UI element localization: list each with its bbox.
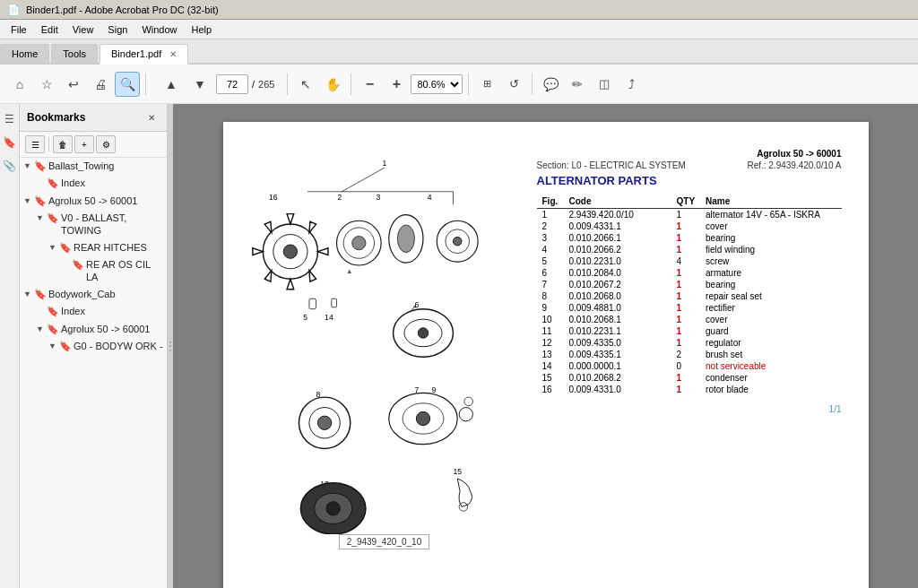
svg-text:▲: ▲ bbox=[346, 267, 353, 275]
menu-edit[interactable]: Edit bbox=[34, 22, 65, 37]
svg-point-27 bbox=[418, 328, 428, 338]
cell-fig: 10 bbox=[537, 314, 564, 325]
sidebar-collapse-btn[interactable]: ☰ bbox=[25, 135, 45, 153]
close-panel-button[interactable]: ✕ bbox=[143, 109, 160, 125]
svg-point-10 bbox=[283, 245, 297, 258]
prev-page-button[interactable]: ▲ bbox=[159, 72, 184, 97]
share-button[interactable]: ⤴ bbox=[619, 72, 644, 97]
bookmark-v0[interactable]: ▼ 🔖 V0 - BALLAST, TOWING bbox=[32, 210, 167, 239]
pdf-page: 1 16 2 3 4 bbox=[223, 122, 869, 588]
panel-icon-2[interactable]: 🔖 bbox=[2, 134, 18, 151]
toolbar: ⌂ ☆ ↩ 🖨 🔍 ▲ ▼ / 265 ↖ ✋ − + 50% 75% 80.6… bbox=[0, 65, 918, 104]
bookmark-bodywork[interactable]: ▼ 🔖 Bodywork_Cab bbox=[20, 286, 167, 303]
bookmark-icon-3: 🔖 bbox=[34, 195, 47, 208]
cell-code: 0.010.2066.1 bbox=[564, 232, 671, 244]
zoom-select[interactable]: 50% 75% 80.6% 100% 125% 150% 200% bbox=[411, 74, 463, 94]
cell-name: condenser bbox=[700, 372, 841, 384]
svg-point-43 bbox=[326, 502, 340, 515]
hand-tool-button[interactable]: ✋ bbox=[320, 72, 345, 97]
label-index-2: Index bbox=[61, 305, 85, 317]
sidebar-settings-btn[interactable]: ⚙ bbox=[96, 135, 116, 153]
table-row: 20.009.4331.11cover bbox=[537, 220, 842, 232]
svg-point-37 bbox=[416, 411, 429, 425]
label-ballast-towing: Ballast_Towing bbox=[48, 160, 114, 172]
bookmark-icon: 🔖 bbox=[34, 160, 47, 173]
next-page-button[interactable]: ▼ bbox=[187, 72, 212, 97]
panel-icon-3[interactable]: 📎 bbox=[2, 158, 18, 174]
separator-2 bbox=[287, 74, 288, 95]
menu-sign[interactable]: Sign bbox=[100, 22, 134, 37]
ref-label: Ref.: 2.9439.420.0/10 A bbox=[747, 160, 841, 170]
comment-button[interactable]: 💬 bbox=[538, 72, 563, 97]
label-agrolux-2: Agrolux 50 -> 60001 bbox=[61, 323, 150, 335]
search-button[interactable]: 🔍 bbox=[115, 72, 140, 97]
cell-code: 0.010.2068.2 bbox=[564, 372, 671, 384]
tab-bar: Home Tools Binder1.pdf ✕ bbox=[0, 39, 918, 65]
section-title: Section: L0 - ELECTRIC AL SYSTEM Ref.: 2… bbox=[537, 160, 842, 170]
svg-text:14: 14 bbox=[325, 313, 333, 322]
bookmarks-title: Bookmarks bbox=[27, 111, 85, 124]
cell-fig: 6 bbox=[537, 267, 564, 279]
bookmark-g0[interactable]: ▼ 🔖 G0 - BODYW ORK - bbox=[45, 338, 167, 355]
cell-qty: 2 bbox=[671, 349, 701, 360]
cell-fig: 5 bbox=[537, 255, 564, 267]
cell-fig: 11 bbox=[537, 325, 564, 337]
star-button[interactable]: ☆ bbox=[34, 72, 59, 97]
home-button[interactable]: ⌂ bbox=[7, 72, 32, 97]
col-code: Code bbox=[564, 195, 671, 209]
cell-code: 0.010.2231.1 bbox=[564, 325, 671, 337]
back-button[interactable]: ↩ bbox=[61, 72, 86, 97]
cell-code: 0.009.4335.0 bbox=[564, 337, 671, 349]
menu-help[interactable]: Help bbox=[185, 22, 220, 37]
bookmark-agrolux-2[interactable]: ▼ 🔖 Agrolux 50 -> 60001 bbox=[32, 321, 167, 338]
cell-fig: 9 bbox=[537, 302, 564, 314]
table-row: 90.009.4881.01rectifier bbox=[537, 302, 842, 314]
bookmarks-header: Bookmarks ✕ bbox=[20, 104, 167, 132]
cell-name: not serviceable bbox=[700, 360, 841, 372]
label-index-1: Index bbox=[61, 177, 85, 189]
menu-view[interactable]: View bbox=[65, 22, 101, 37]
tab-close-icon[interactable]: ✕ bbox=[169, 49, 177, 59]
cell-qty: 1 bbox=[671, 314, 701, 325]
bookmark-ballast-towing[interactable]: ▼ 🔖 Ballast_Towing bbox=[20, 158, 167, 175]
menu-file[interactable]: File bbox=[4, 22, 34, 37]
bookmark-rear-roscilla[interactable]: 🔖 RE AR OS CIL LA bbox=[57, 256, 167, 286]
zoom-out-button[interactable]: − bbox=[357, 72, 382, 97]
rotate-button[interactable]: ↺ bbox=[501, 72, 526, 97]
cell-name: regulator bbox=[700, 337, 841, 349]
bookmark-rear-hitches[interactable]: ▼ 🔖 REAR HITCHES bbox=[45, 239, 167, 256]
svg-text:15: 15 bbox=[453, 467, 462, 476]
cell-qty: 1 bbox=[671, 384, 701, 395]
page-number-input[interactable] bbox=[216, 74, 248, 94]
toggle-agrolux-2: ▼ bbox=[36, 324, 47, 335]
sidebar-add-btn[interactable]: + bbox=[74, 135, 94, 153]
cell-code: 2.9439.420.0/10 bbox=[564, 209, 671, 221]
highlight-button[interactable]: ◫ bbox=[592, 72, 617, 97]
cell-name: screw bbox=[700, 255, 841, 267]
svg-rect-22 bbox=[308, 298, 316, 308]
bookmark-agrolux-1[interactable]: ▼ 🔖 Agrolux 50 -> 60001 bbox=[20, 193, 167, 210]
panel-icon-1[interactable]: ☰ bbox=[2, 111, 18, 127]
cell-name: bearing bbox=[700, 232, 841, 244]
fit-page-button[interactable]: ⊞ bbox=[474, 72, 499, 97]
diagram-ref-label: 2_9439_420_0_10 bbox=[339, 534, 429, 549]
pdf-viewer[interactable]: 1 16 2 3 4 bbox=[173, 104, 918, 588]
cell-name: armature bbox=[700, 267, 841, 279]
separator-3 bbox=[351, 74, 351, 95]
zoom-in-button[interactable]: + bbox=[384, 72, 409, 97]
cell-qty: 1 bbox=[671, 267, 701, 279]
print-button[interactable]: 🖨 bbox=[88, 72, 113, 97]
pointer-tool-button[interactable]: ↖ bbox=[293, 72, 318, 97]
tab-tools[interactable]: Tools bbox=[51, 44, 98, 63]
tab-home[interactable]: Home bbox=[0, 44, 49, 63]
menu-window[interactable]: Window bbox=[134, 22, 184, 37]
toggle-rear: ▼ bbox=[48, 242, 59, 254]
bookmark-icon-5: 🔖 bbox=[59, 241, 72, 255]
bookmark-bodywork-index[interactable]: 🔖 Index bbox=[32, 303, 167, 320]
bookmark-ballast-index[interactable]: 🔖 Index bbox=[32, 175, 167, 192]
tab-binder1[interactable]: Binder1.pdf ✕ bbox=[100, 44, 188, 65]
sidebar-delete-btn[interactable]: 🗑 bbox=[53, 135, 73, 153]
cell-code: 0.009.4331.1 bbox=[564, 220, 671, 232]
section-heading: ALTERNATOR PARTS bbox=[537, 174, 842, 187]
draw-button[interactable]: ✏ bbox=[565, 72, 590, 97]
